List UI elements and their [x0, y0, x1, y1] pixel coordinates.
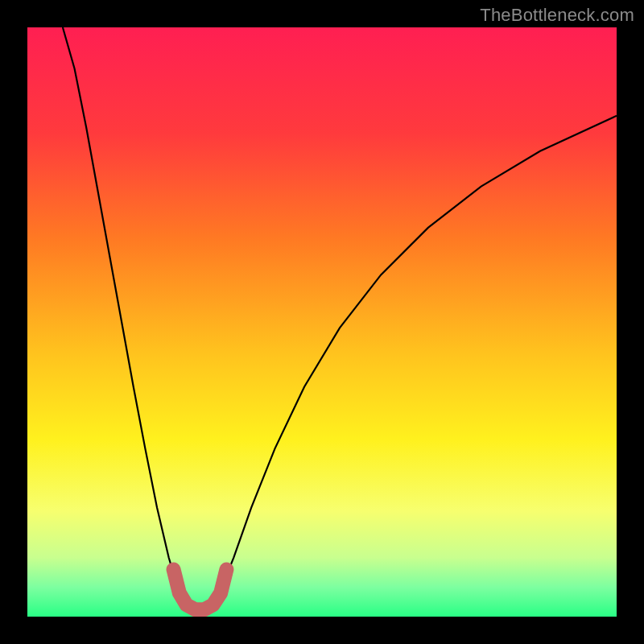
bottleneck-chart [27, 27, 617, 617]
plot-area [27, 27, 617, 617]
watermark-text: TheBottleneck.com [480, 5, 634, 26]
chart-frame: TheBottleneck.com [0, 0, 644, 644]
gradient-background [27, 27, 617, 617]
